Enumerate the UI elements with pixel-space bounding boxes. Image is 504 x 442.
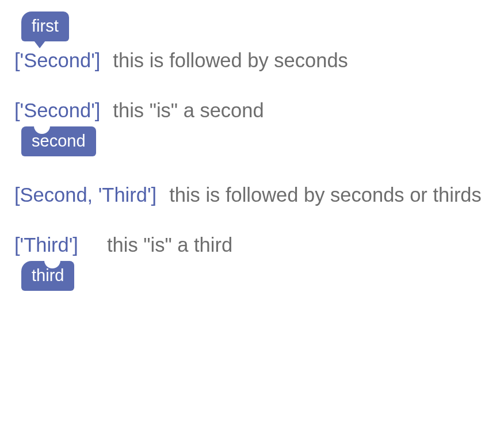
follow-tag: ['Second'] (14, 99, 100, 122)
entry-description: this is followed by seconds (100, 49, 492, 72)
doc-entry: first ['Second'] this is followed by sec… (14, 11, 492, 72)
entry-description: this "is" a second (100, 99, 492, 122)
entry-row: ['Third'] this "is" a third (14, 234, 492, 256)
entry-row: ['Second'] this "is" a second (14, 99, 492, 122)
entry-description: this is followed by seconds or thirds (156, 184, 492, 206)
scratch-block-second: second (21, 126, 96, 156)
follow-tag: [Second, 'Third'] (14, 184, 156, 206)
doc-entry: ['Second'] this "is" a second second (14, 99, 492, 156)
entry-row: [Second, 'Third'] this is followed by se… (14, 184, 492, 206)
doc-entry: [Second, 'Third'] this is followed by se… (14, 184, 492, 206)
doc-entry: ['Third'] this "is" a third third (14, 234, 492, 291)
entry-description: this "is" a third (78, 234, 492, 256)
follow-tag: ['Second'] (14, 49, 100, 72)
scratch-block-third: third (21, 261, 74, 291)
follow-tag: ['Third'] (14, 234, 78, 256)
entry-row: ['Second'] this is followed by seconds (14, 49, 492, 72)
scratch-block-first: first (21, 11, 69, 41)
